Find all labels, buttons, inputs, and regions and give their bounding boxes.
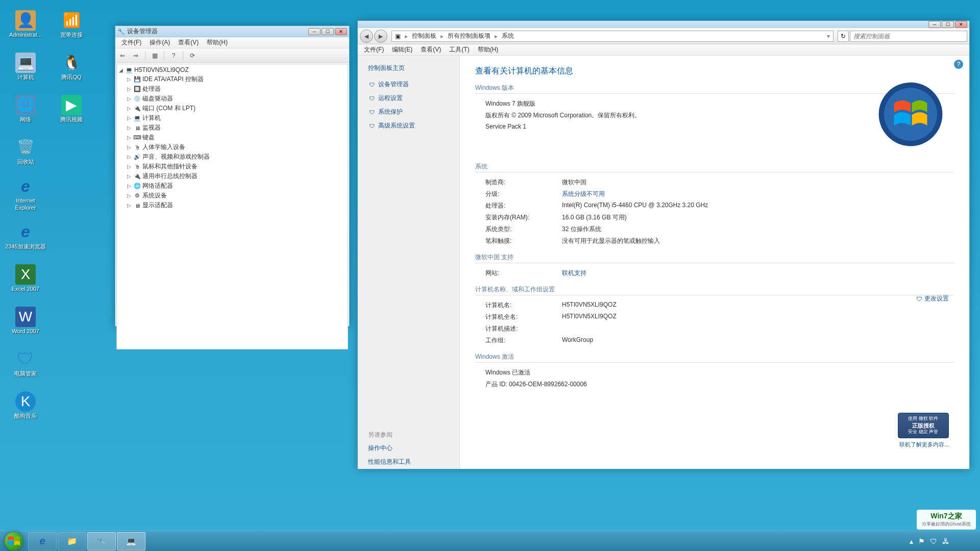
maximize-button[interactable]: ☐ (322, 28, 334, 35)
website-label: 网站: (485, 269, 562, 278)
nav-forward-button[interactable]: ► (374, 30, 387, 43)
tree-node[interactable]: ▷💻计算机 (118, 113, 347, 123)
desktop-2345[interactable]: e2345加速浏览器 (5, 217, 46, 255)
desktop-excel[interactable]: XExcel 2007 (5, 259, 46, 297)
taskbar-ie[interactable]: e (28, 532, 57, 550)
sidebar-advanced[interactable]: 🛡高级系统设置 (358, 119, 459, 133)
change-settings-link[interactable]: 🛡更改设置 (916, 294, 949, 303)
minimize-button[interactable]: ─ (928, 21, 941, 28)
minimize-button[interactable]: ─ (308, 28, 321, 35)
search-input[interactable] (850, 31, 967, 42)
desktop-recyclebin[interactable]: 🗑️回收站 (5, 132, 46, 170)
close-button[interactable]: ✕ (335, 28, 347, 35)
bc-all-items[interactable]: 所有控制面板项 (445, 32, 494, 40)
taskbar-system[interactable]: 💻 (117, 532, 145, 550)
help-icon[interactable]: ? (954, 60, 963, 69)
fullname-value: H5TI0VN5XLI9QOZ (562, 313, 954, 321)
menu-action[interactable]: 操作(A) (145, 37, 174, 48)
bc-system[interactable]: 系统 (499, 32, 517, 40)
desktop-word[interactable]: WWord 2007 (5, 302, 46, 340)
devmgr-title: 设备管理器 (127, 27, 158, 36)
nav-back-button[interactable]: ◄ (360, 30, 373, 43)
desktop-ie[interactable]: eInternet Explorer (5, 174, 46, 213)
menu-edit[interactable]: 编辑(E) (388, 44, 416, 55)
tree-node[interactable]: ▷🔌端口 (COM 和 LPT) (118, 104, 347, 113)
taskbar-explorer[interactable]: 📁 (58, 532, 86, 550)
watermark: Win7之家 分享最好用的Ghost系统 (917, 510, 976, 530)
tree-node[interactable]: ▷⌨键盘 (118, 133, 347, 142)
system-tray: ▴ ⚑ 🛡 🖧 (910, 537, 980, 545)
menu-view[interactable]: 查看(V) (174, 37, 203, 48)
desktop-icons-col2: 📶宽带连接 🐧腾讯QQ ▶腾讯视频 (51, 5, 92, 128)
close-button[interactable]: ✕ (955, 21, 967, 28)
tree-node[interactable]: ▷🖱鼠标和其他指针设备 (118, 162, 347, 171)
tray-shield-icon[interactable]: 🛡 (930, 537, 937, 545)
syswin-titlebar[interactable]: ─ ☐ ✕ (358, 21, 969, 28)
devmgr-titlebar[interactable]: 🔧设备管理器 ─ ☐ ✕ (115, 26, 349, 37)
tree-node[interactable]: ▷🖱人体学输入设备 (118, 142, 347, 152)
menu-file[interactable]: 文件(F) (117, 37, 145, 48)
compname-label: 计算机名: (485, 301, 562, 310)
menu-help[interactable]: 帮助(H) (203, 37, 232, 48)
sidebar-sysprotect[interactable]: 🛡系统保护 (358, 105, 459, 119)
device-category-icon: 🔊 (133, 153, 141, 161)
tree-node[interactable]: ▷⚙系统设备 (118, 191, 347, 201)
sidebar-actioncenter[interactable]: 操作中心 (358, 441, 459, 455)
tree-node[interactable]: ▷💾IDE ATA/ATAPI 控制器 (118, 74, 347, 84)
desktop-computer[interactable]: 💻计算机 (5, 47, 46, 86)
svg-point-1 (884, 88, 937, 141)
tree-node[interactable]: ▷🔊声音、视频和游戏控制器 (118, 152, 347, 162)
rating-label: 分级: (485, 190, 562, 198)
device-category-icon: 🖥 (133, 202, 141, 210)
breadcrumb[interactable]: ▣▸ 控制面板▸ 所有控制面板项▸ 系统 ▾ (391, 31, 834, 42)
tree-root[interactable]: ◢💻H5TI0VN5XLI9QOZ (118, 65, 347, 74)
taskbar-devmgr[interactable]: 🔧 (87, 532, 116, 550)
desktop-network[interactable]: 🌐网络 (5, 90, 46, 128)
product-id: 产品 ID: 00426-OEM-8992662-00006 (485, 380, 954, 389)
device-tree[interactable]: ◢💻H5TI0VN5XLI9QOZ ▷💾IDE ATA/ATAPI 控制器▷🔲处… (116, 64, 348, 349)
desktop-broadband[interactable]: 📶宽带连接 (51, 5, 92, 43)
menu-tools[interactable]: 工具(T) (445, 44, 473, 55)
desktop-pcmanager[interactable]: 🛡电脑管家 (5, 344, 46, 382)
activation-more-link[interactable]: 联机了解更多内容... (899, 441, 949, 448)
device-category-icon: 💻 (133, 114, 141, 122)
tray-up-icon[interactable]: ▴ (910, 537, 913, 545)
pentouch-label: 笔和触摸: (485, 237, 562, 245)
tool-refresh-icon[interactable]: ⟳ (187, 51, 198, 61)
maximize-button[interactable]: ☐ (942, 21, 954, 28)
workgroup-label: 工作组: (485, 336, 562, 345)
tool-properties-icon[interactable]: ▦ (150, 51, 160, 61)
sidebar-remote[interactable]: 🛡远程设置 (358, 91, 459, 105)
nav-back-icon[interactable]: ⇐ (117, 51, 128, 61)
tree-node[interactable]: ▷🖥显示适配器 (118, 201, 347, 210)
tray-flag-icon[interactable]: ⚑ (918, 537, 925, 545)
sidebar-home[interactable]: 控制面板主页 (358, 62, 459, 78)
bc-dropdown-icon[interactable]: ▾ (824, 33, 833, 40)
tray-network-icon[interactable]: 🖧 (942, 537, 949, 545)
device-category-icon: 🖱 (133, 163, 141, 171)
sidebar-perfinfo[interactable]: 性能信息和工具 (358, 455, 459, 469)
website-link[interactable]: 联机支持 (562, 269, 954, 278)
menu-help[interactable]: 帮助(H) (474, 44, 503, 55)
tree-node[interactable]: ▷🌐网络适配器 (118, 181, 347, 191)
desktop-kugou[interactable]: K酷狗音乐 (5, 386, 46, 424)
rating-link[interactable]: 系统分级不可用 (562, 190, 954, 198)
start-button[interactable] (0, 531, 28, 552)
tree-node[interactable]: ▷🔲处理器 (118, 84, 347, 94)
tool-help-icon[interactable]: ? (168, 51, 179, 61)
menu-view[interactable]: 查看(V) (416, 44, 445, 55)
refresh-button[interactable]: ↻ (838, 31, 849, 42)
menu-file[interactable]: 文件(F) (360, 44, 388, 55)
desktop-qq[interactable]: 🐧腾讯QQ (51, 47, 92, 86)
system-main: ? 查看有关计算机的基本信息 Windows 版本 Windows 7 旗舰版 … (460, 56, 969, 469)
bc-control-panel[interactable]: 控制面板 (409, 32, 439, 40)
computer-node-icon: 💻 (125, 66, 133, 74)
sidebar-devmgr[interactable]: 🛡设备管理器 (358, 78, 459, 91)
desktop-qqvideo[interactable]: ▶腾讯视频 (51, 90, 92, 128)
tree-node[interactable]: ▷💿磁盘驱动器 (118, 94, 347, 104)
bc-home-icon[interactable]: ▣ (392, 33, 404, 40)
tree-node[interactable]: ▷🔌通用串行总线控制器 (118, 171, 347, 181)
tree-node[interactable]: ▷🖥监视器 (118, 123, 347, 133)
nav-fwd-icon[interactable]: ⇒ (131, 51, 141, 61)
desktop-admin[interactable]: 👤Administrat... (5, 5, 46, 43)
